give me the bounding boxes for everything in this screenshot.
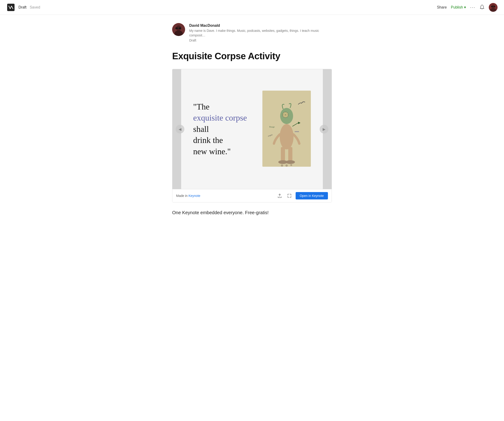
- header-right: Share Publish ▾ ···: [437, 3, 498, 12]
- svg-point-31: [281, 164, 283, 167]
- svg-rect-13: [179, 27, 181, 29]
- author-avatar: [172, 23, 185, 36]
- draft-label: Draft: [18, 5, 27, 9]
- notifications-button[interactable]: [480, 4, 485, 10]
- author-info: David MacDonald My name is Dave. I make …: [189, 23, 332, 42]
- svg-text:mmm: mmm: [295, 130, 299, 133]
- user-avatar[interactable]: [489, 3, 498, 12]
- author-bio: My name is Dave. I make things. Music, p…: [189, 29, 332, 38]
- svg-rect-17: [281, 147, 285, 161]
- svg-point-32: [285, 164, 288, 167]
- made-in-label: Made in Keynote: [176, 194, 200, 198]
- keynote-link[interactable]: Keynote: [189, 194, 200, 198]
- svg-rect-6: [493, 6, 495, 7]
- slide-container: ◀ "The exquisite corpse shalldrink thene…: [172, 69, 332, 189]
- chevron-down-icon: ▾: [464, 5, 466, 9]
- keynote-embed: ◀ "The exquisite corpse shalldrink thene…: [172, 69, 332, 202]
- share-button[interactable]: Share: [437, 5, 447, 9]
- svg-point-25: [285, 115, 286, 115]
- publish-button[interactable]: Publish ▾: [451, 5, 466, 9]
- article-title: Exquisite Corpse Activity: [172, 51, 332, 62]
- top-header: Draft Saved Share Publish ▾ ···: [0, 0, 504, 15]
- open-keynote-button[interactable]: Open in Keynote: [296, 192, 328, 199]
- svg-point-16: [280, 124, 294, 149]
- svg-text:Ruuge: Ruuge: [269, 126, 275, 128]
- share-embed-button[interactable]: [276, 192, 283, 199]
- svg-point-20: [286, 160, 295, 164]
- header-left: Draft Saved: [6, 3, 437, 12]
- quote-close: shalldrink thenew wine.": [193, 124, 231, 156]
- svg-rect-5: [491, 6, 493, 7]
- quote-highlight: exquisite corpse: [193, 113, 247, 123]
- more-options-button[interactable]: ···: [470, 5, 475, 10]
- footer-actions: Open in Keynote: [276, 192, 328, 199]
- author-name: David MacDonald: [189, 23, 332, 28]
- publish-label: Publish: [451, 5, 463, 9]
- medium-logo[interactable]: [6, 3, 15, 12]
- expand-button[interactable]: [286, 192, 293, 199]
- author-section: David MacDonald My name is Dave. I make …: [172, 23, 332, 42]
- main-content: David MacDonald My name is Dave. I make …: [167, 15, 337, 230]
- article-body: One Keynote embedded everyone. Free-grat…: [172, 209, 332, 216]
- slide-quote: "The exquisite corpse shalldrink thenew …: [193, 101, 253, 157]
- slide-content: "The exquisite corpse shalldrink thenew …: [175, 77, 329, 181]
- svg-rect-12: [175, 27, 178, 29]
- slide-image: Ruuge mmm exquis: [262, 91, 311, 168]
- svg-rect-18: [288, 147, 292, 161]
- author-draft-badge: Draft: [189, 39, 332, 42]
- saved-label: Saved: [30, 5, 40, 9]
- svg-point-33: [290, 164, 292, 166]
- keynote-footer: Made in Keynote Open in Keynote: [172, 189, 332, 202]
- quote-open: "The: [193, 102, 210, 111]
